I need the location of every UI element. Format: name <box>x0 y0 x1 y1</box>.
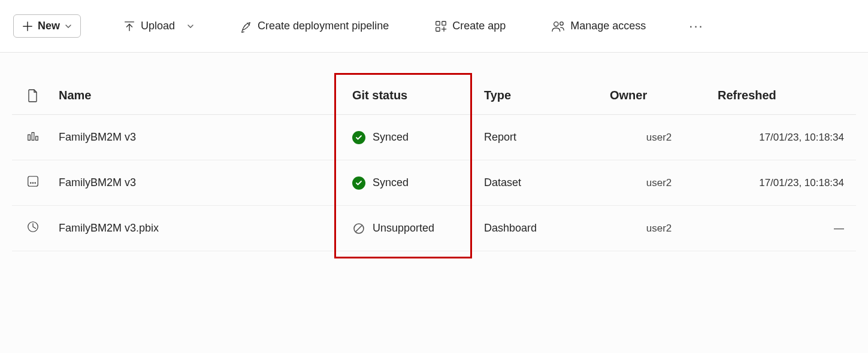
row-owner: user2 <box>605 206 713 251</box>
toolbar: New Upload Create deployment pipeline Cr… <box>0 0 868 53</box>
svg-point-9 <box>30 182 31 184</box>
items-table: Name Git status Type Owner Refreshed Fam… <box>12 77 856 251</box>
svg-rect-2 <box>436 27 440 31</box>
svg-rect-1 <box>442 21 446 25</box>
header-type[interactable]: Type <box>479 77 605 115</box>
chevron-down-icon <box>65 23 72 30</box>
row-git-status: Synced <box>347 115 479 160</box>
row-owner: user2 <box>605 115 713 160</box>
row-owner: user2 <box>605 160 713 206</box>
row-type: Dataset <box>479 160 605 206</box>
more-button[interactable]: ··· <box>681 14 712 39</box>
row-refreshed: — <box>713 206 856 251</box>
upload-label: Upload <box>141 20 175 32</box>
rocket-icon <box>240 20 253 33</box>
git-status-text: Synced <box>373 131 409 144</box>
svg-rect-6 <box>32 133 34 141</box>
header-icon <box>12 77 54 115</box>
git-status-text: Unsupported <box>373 222 434 235</box>
upload-button[interactable]: Upload <box>114 15 202 38</box>
content-area: Name Git status Type Owner Refreshed Fam… <box>0 77 868 251</box>
svg-rect-7 <box>36 136 38 140</box>
table-row[interactable]: FamilyBM2M v3SyncedDatasetuser217/01/23,… <box>12 160 856 206</box>
file-icon <box>28 89 38 102</box>
table-row[interactable]: FamilyBM2M v3SyncedReportuser217/01/23, … <box>12 115 856 160</box>
svg-point-10 <box>32 182 34 184</box>
create-app-label: Create app <box>452 20 506 32</box>
svg-rect-0 <box>436 21 440 25</box>
row-refreshed: 17/01/23, 10:18:34 <box>713 160 856 206</box>
row-type: Dashboard <box>479 206 605 251</box>
git-status-text: Synced <box>373 176 409 189</box>
header-owner[interactable]: Owner <box>605 77 713 115</box>
create-pipeline-button[interactable]: Create deployment pipeline <box>231 15 397 38</box>
table-header-row: Name Git status Type Owner Refreshed <box>12 77 856 115</box>
svg-line-14 <box>356 226 362 232</box>
chevron-down-icon <box>187 23 194 30</box>
header-name[interactable]: Name <box>54 77 347 115</box>
check-circle-icon <box>352 131 365 144</box>
plus-icon <box>22 21 33 32</box>
check-circle-icon <box>352 176 365 190</box>
more-icon: ··· <box>689 19 703 34</box>
svg-rect-5 <box>28 135 31 140</box>
row-git-status: Synced <box>347 160 479 206</box>
row-type-icon <box>12 115 54 160</box>
header-git-status[interactable]: Git status <box>347 77 479 115</box>
app-icon <box>434 20 447 33</box>
table-row[interactable]: FamilyBM2M v3.pbixUnsupportedDashboardus… <box>12 206 856 251</box>
row-type-icon <box>12 160 54 206</box>
manage-access-button[interactable]: Manage access <box>543 15 654 38</box>
row-name[interactable]: FamilyBM2M v3 <box>54 115 347 160</box>
row-type: Report <box>479 115 605 160</box>
svg-point-3 <box>554 22 558 26</box>
unsupported-icon <box>352 222 365 235</box>
people-icon <box>551 20 565 33</box>
create-pipeline-label: Create deployment pipeline <box>258 20 389 32</box>
row-git-status: Unsupported <box>347 206 479 251</box>
upload-icon <box>123 20 136 33</box>
row-name[interactable]: FamilyBM2M v3.pbix <box>54 206 347 251</box>
row-name[interactable]: FamilyBM2M v3 <box>54 160 347 206</box>
svg-point-4 <box>560 22 564 25</box>
svg-rect-8 <box>28 176 38 187</box>
new-button[interactable]: New <box>13 14 81 38</box>
new-label: New <box>38 20 60 32</box>
svg-point-11 <box>34 182 35 184</box>
header-refreshed[interactable]: Refreshed <box>713 77 856 115</box>
row-refreshed: 17/01/23, 10:18:34 <box>713 115 856 160</box>
manage-access-label: Manage access <box>570 20 646 32</box>
row-type-icon <box>12 206 54 251</box>
create-app-button[interactable]: Create app <box>426 15 514 38</box>
